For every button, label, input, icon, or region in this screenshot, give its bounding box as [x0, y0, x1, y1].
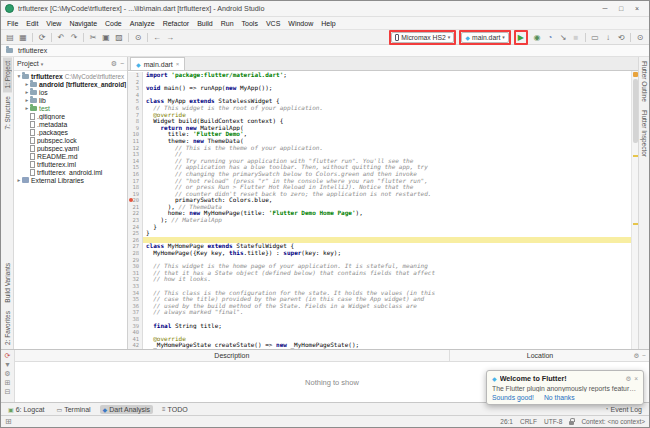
minimize-button[interactable]: ─: [597, 5, 613, 12]
code-line-28[interactable]: 28 MyHomePage({Key key, this.title}) : s…: [128, 250, 638, 257]
code-line-2[interactable]: 2: [128, 79, 638, 86]
tree-item-android[interactable]: ▸android[trflutterex_android]: [14, 80, 127, 88]
tree-item-trflutterex[interactable]: ▾trflutterexC:\MyCode\trflutterex: [14, 72, 127, 80]
menu-view[interactable]: View: [42, 20, 65, 27]
tree-item-pubspec-lock[interactable]: pubspec.lock: [14, 136, 127, 144]
forward-icon[interactable]: →: [164, 31, 176, 44]
code-line-14[interactable]: 14 // Try running your application with …: [128, 158, 638, 165]
menu-help[interactable]: Help: [317, 20, 339, 27]
line-number[interactable]: 32: [128, 276, 143, 283]
stop-icon[interactable]: ■: [570, 31, 582, 44]
code-editor[interactable]: 1import 'package:flutter/material.dart';…: [128, 71, 638, 349]
menu-navigate[interactable]: Navigate: [65, 20, 101, 27]
line-number[interactable]: 42: [128, 342, 143, 349]
code-line-30[interactable]: 30 // This widget is the home page of yo…: [128, 263, 638, 270]
scrollbar-thumb[interactable]: [633, 79, 638, 143]
code-line-10[interactable]: 10 title: 'Flutter Demo',: [128, 131, 638, 138]
line-number[interactable]: 2: [128, 79, 143, 86]
toolwindow-button-terminal[interactable]: ▭Terminal: [53, 405, 93, 414]
event-log-button[interactable]: ◔Event Log: [602, 405, 645, 414]
code-line-32[interactable]: 32 // how it looks.: [128, 276, 638, 283]
line-number[interactable]: 13: [128, 151, 143, 158]
line-number[interactable]: 26: [128, 237, 143, 244]
line-number[interactable]: 3: [128, 85, 143, 92]
gear-icon[interactable]: ⚙: [111, 60, 117, 68]
line-number[interactable]: 15: [128, 164, 143, 171]
code-line-25[interactable]: 25}: [128, 230, 638, 237]
tree-item-ios[interactable]: ▸ios: [14, 88, 127, 96]
debug-icon[interactable]: ◉: [531, 31, 543, 44]
sync-icon[interactable]: ⟳: [36, 31, 48, 44]
line-number[interactable]: 21: [128, 204, 143, 211]
close-tab-icon[interactable]: ×: [176, 61, 180, 67]
hide-panel-icon[interactable]: −: [120, 60, 124, 68]
code-line-23[interactable]: 23 ); // MaterialApp: [128, 217, 638, 224]
code-line-22[interactable]: 22 home: new MyHomePage(title: 'Flutter …: [128, 210, 638, 217]
code-line-31[interactable]: 31 // that it has a State object (define…: [128, 270, 638, 277]
stripe-button-flutter-inspector[interactable]: Flutter Inspector: [640, 106, 649, 161]
analysis-settings-icon[interactable]: ⚙: [4, 370, 10, 378]
restart-analysis-icon[interactable]: ⟳: [5, 352, 11, 360]
tree-item-packages[interactable]: .packages: [14, 128, 127, 136]
cut-icon[interactable]: ✂: [87, 31, 99, 44]
code-line-35[interactable]: 35 // case the title) provided by the pa…: [128, 296, 638, 303]
tree-item-pubspec-yaml[interactable]: pubspec.yaml: [14, 144, 127, 152]
column-description[interactable]: Description: [15, 350, 450, 361]
stripe-button-flutter-outline[interactable]: Flutter Outline: [640, 57, 649, 106]
line-number[interactable]: 5: [128, 98, 143, 105]
stripe-button-7-structure[interactable]: 7: Structure: [3, 92, 12, 134]
line-number[interactable]: 30: [128, 263, 143, 270]
toolwindow-toggle-icon[interactable]: ⊞: [5, 417, 12, 426]
hide-panel-icon[interactable]: −: [642, 352, 646, 360]
line-number[interactable]: 39: [128, 323, 143, 330]
menu-run[interactable]: Run: [217, 20, 238, 27]
breakpoint-icon[interactable]: [129, 198, 133, 202]
encoding-widget[interactable]: UTF-8: [544, 418, 562, 425]
open-icon[interactable]: ▤: [4, 31, 16, 44]
tab-main-dart[interactable]: ◆ main.dart ×: [130, 57, 185, 70]
close-button[interactable]: ×: [629, 5, 645, 12]
menu-vcs[interactable]: VCS: [262, 20, 284, 27]
code-line-16[interactable]: 16 // changing the primarySwatch below t…: [128, 171, 638, 178]
no-thanks-link[interactable]: No thanks: [544, 394, 575, 401]
code-line-39[interactable]: 39 final String title;: [128, 323, 638, 330]
line-number[interactable]: 18: [128, 184, 143, 191]
undo-icon[interactable]: ↶: [55, 31, 67, 44]
code-line-40[interactable]: 40: [128, 329, 638, 336]
line-number[interactable]: 40: [128, 329, 143, 336]
caret-position-widget[interactable]: 26:1: [500, 418, 513, 425]
line-number[interactable]: 36: [128, 303, 143, 310]
line-number[interactable]: 29: [128, 257, 143, 264]
menu-window[interactable]: Window: [284, 20, 317, 27]
toolwindow-button-6-logcat[interactable]: ▣6: Logcat: [5, 405, 47, 414]
sdk-manager-icon[interactable]: ↓: [602, 31, 614, 44]
titlebar[interactable]: trflutterex [C:\MyCode\trflutterex] - ..…: [1, 1, 649, 17]
code-line-33[interactable]: 33: [128, 283, 638, 290]
profile-icon[interactable]: ◔: [544, 31, 556, 44]
collapse-all-icon[interactable]: ⊟: [5, 388, 11, 396]
line-number[interactable]: 24: [128, 224, 143, 231]
attach-debugger-icon[interactable]: ↘: [557, 31, 569, 44]
code-line-34[interactable]: 34 // This class is the configuration fo…: [128, 290, 638, 297]
line-number[interactable]: 27: [128, 243, 143, 250]
line-separator-widget[interactable]: CRLF: [520, 418, 537, 425]
code-line-7[interactable]: 7 @override: [128, 112, 638, 119]
menu-build[interactable]: Build: [193, 20, 217, 27]
code-line-17[interactable]: 17 // "hot reload" (press "r" in the con…: [128, 178, 638, 185]
line-number[interactable]: 35: [128, 296, 143, 303]
code-line-13[interactable]: 13 //: [128, 151, 638, 158]
filter-analysis-icon[interactable]: ▼: [4, 361, 11, 369]
sounds-good-link[interactable]: Sounds good!: [492, 394, 534, 401]
tree-item-trflutterex-android-iml[interactable]: trflutterex_android.iml: [14, 168, 127, 176]
avd-manager-icon[interactable]: ▭: [589, 31, 601, 44]
toolwindow-button-todo[interactable]: ≡TODO: [159, 405, 191, 414]
breadcrumb[interactable]: trflutterex: [18, 47, 47, 54]
gear-icon[interactable]: ⚙: [633, 352, 639, 360]
line-number[interactable]: 34: [128, 290, 143, 297]
tree-item-gitignore[interactable]: .gitignore: [14, 112, 127, 120]
code-line-38[interactable]: 38: [128, 316, 638, 323]
menu-tools[interactable]: Tools: [238, 20, 262, 27]
line-number[interactable]: 9: [128, 125, 143, 132]
line-number[interactable]: 23: [128, 217, 143, 224]
maximize-button[interactable]: □: [613, 5, 629, 12]
